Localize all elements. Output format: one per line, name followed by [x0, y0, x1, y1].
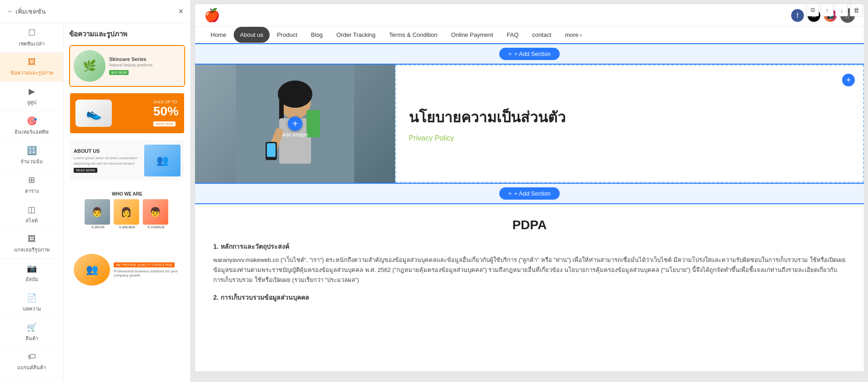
- add-section-button-bottom[interactable]: + + Add Section: [499, 187, 560, 200]
- sale-shoe-image: 👟: [75, 100, 112, 127]
- duplicate-button[interactable]: ⧉: [806, 4, 819, 16]
- privacy-subtitle: Privacy Policy: [409, 134, 850, 142]
- skincare-subtitle: Natural beauty products: [109, 63, 181, 67]
- add-widget-label: Add Widget: [282, 132, 308, 137]
- template-skincare[interactable]: 🌿 Skincare Series Natural beauty product…: [69, 45, 185, 87]
- about-image: 👥: [144, 145, 181, 176]
- brand-icon: 🏷: [28, 352, 36, 362]
- template-who-we-are[interactable]: WHO WE ARE 👨 K.DEVIN 👩 K.ANLADA 👦 K.C: [69, 187, 185, 243]
- pdpa-heading-1: 1. หลักการและวัตถุประสงค์: [213, 241, 846, 251]
- website-frame: 🍎 f X 📷 🛒 1 Home About us Product Blog O…: [195, 4, 864, 372]
- move-up-button[interactable]: ↑: [821, 4, 833, 16]
- slide-icon: ◫: [28, 205, 35, 215]
- sidebar-item-blank[interactable]: ☐ เซคชันเปล่า: [0, 23, 63, 53]
- site-logo: 🍎: [204, 8, 220, 23]
- sale-up-label: SALE UP TO: [153, 100, 179, 104]
- nav-contact[interactable]: contact: [526, 27, 558, 43]
- sale-percentage: 50%: [153, 104, 179, 119]
- nav-blog[interactable]: Blog: [305, 27, 329, 43]
- youtube-icon: ▶: [29, 86, 35, 96]
- person2-name: K.ANLADA: [114, 226, 141, 229]
- sidebar-item-album[interactable]: 📷 อัลบัม: [0, 259, 63, 288]
- who-we-are-title: WHO WE ARE: [74, 191, 181, 196]
- privacy-image-container: + Add Widget: [195, 65, 395, 183]
- panel-section-title: ข้อความและรูปภาพ: [69, 29, 185, 40]
- main-content: ⧉ ↑ ↓ 🗑 🍎 f X 📷 🛒 1 Home About us: [191, 0, 868, 382]
- add-section-bar-bottom: + + Add Section: [195, 183, 864, 204]
- sidebar-item-gallery[interactable]: 🖼 แกลเลอรีรูปภาพ: [0, 230, 63, 259]
- nav-terms[interactable]: Terms & Condition: [383, 27, 444, 43]
- nav-more[interactable]: more ›: [559, 27, 588, 43]
- sidebar-item-article[interactable]: 📄 บทความ: [0, 288, 63, 318]
- privacy-title: นโยบายความเป็นส่วนตัว: [409, 106, 850, 129]
- add-section-button-top[interactable]: + + Add Section: [499, 48, 560, 60]
- consult-body: Professional business solutions for your…: [114, 269, 181, 277]
- nav-home[interactable]: Home: [204, 27, 233, 43]
- skincare-product-image: 🌿: [74, 50, 105, 82]
- pdpa-title: PDPA: [213, 218, 846, 232]
- person-2: 👩 K.ANLADA: [114, 199, 141, 229]
- person-3: 👦 K.CHARLIE: [143, 199, 170, 229]
- sidebar-item-counter[interactable]: 🔢 จำนวนนับ: [0, 141, 63, 171]
- nav-product[interactable]: Product: [271, 27, 304, 43]
- read-more-badge: READ MORE: [74, 168, 97, 173]
- text-image-icon: 🖼: [28, 57, 36, 67]
- template-about[interactable]: ABOUT US Lorem ipsum dolor sit amet cons…: [69, 140, 185, 181]
- svg-rect-4: [279, 94, 284, 121]
- gallery-icon: 🖼: [28, 234, 36, 244]
- skincare-badge: BUY NOW: [109, 70, 129, 75]
- add-widget-plus-button[interactable]: +: [842, 74, 855, 86]
- sidebar-item-slide[interactable]: ◫ สไลด์: [0, 200, 63, 230]
- left-panel: ← เพิ่มเซคชัน × ☐ เซคชันเปล่า 🖼 ข้อความแ…: [0, 0, 191, 382]
- skincare-title: Skincare Series: [109, 56, 181, 62]
- sidebar-item-text-image[interactable]: 🖼 ข้อความและรูปภาพ: [0, 53, 63, 82]
- editor-toolbar: ⧉ ↑ ↓ 🗑: [806, 4, 863, 16]
- album-icon: 📷: [27, 263, 37, 273]
- add-widget-button[interactable]: +: [288, 116, 302, 131]
- sidebar-item-youtube[interactable]: ▶ ยูทูป: [0, 82, 63, 111]
- consulting-image: 👥: [74, 254, 110, 286]
- counter-icon: 🔢: [27, 146, 37, 156]
- person3-avatar: 👦: [143, 199, 168, 225]
- close-button[interactable]: ×: [178, 7, 183, 16]
- sidebar-item-interactive[interactable]: 🎯 อินเทอร์แอคทีฟ: [0, 111, 63, 141]
- product-icon: 🛒: [27, 322, 37, 332]
- about-body: Lorem ipsum dolor sit amet consectetur a…: [74, 156, 144, 166]
- site-header: 🍎 f X 📷 🛒 1: [195, 4, 864, 27]
- pdpa-section: PDPA 1. หลักการและวัตถุประสงค์ waranyavv…: [195, 204, 864, 320]
- nav-about-us[interactable]: About us: [234, 27, 270, 43]
- add-section-bar-top: + + Add Section: [195, 43, 864, 65]
- person3-name: K.CHARLIE: [143, 226, 170, 229]
- sidebar-item-coupon[interactable]: 🎫 คูปอง: [0, 377, 63, 382]
- nav-faq[interactable]: FAQ: [501, 27, 525, 43]
- svg-rect-9: [267, 143, 276, 157]
- sidebar-item-table[interactable]: ⊞ ตาราง: [0, 171, 63, 200]
- content-panel: ☐ เซคชันเปล่า 🖼 ข้อความและรูปภาพ ▶ ยูทูป…: [0, 23, 191, 382]
- shop-now-badge: SHOP NOW: [153, 121, 176, 126]
- template-list: ข้อความและรูปภาพ 🌿 Skincare Series Natur…: [64, 23, 191, 382]
- template-consulting[interactable]: 👥 WE PROVIDE QUALITY CONSULTING Professi…: [69, 249, 185, 291]
- privacy-policy-section: + Add Widget + นโยบายความเป็นส่วนตัว Pri…: [195, 65, 864, 183]
- blank-icon: ☐: [28, 28, 35, 38]
- move-down-button[interactable]: ↓: [835, 4, 848, 16]
- facebook-icon[interactable]: f: [791, 9, 804, 22]
- person1-avatar: 👨: [85, 199, 110, 225]
- pdpa-text-1: waranyavvv.makeweb.co ("เว็บไซต์", "เรา"…: [213, 255, 846, 285]
- sidebar: ☐ เซคชันเปล่า 🖼 ข้อความและรูปภาพ ▶ ยูทูป…: [0, 23, 64, 382]
- nav-online-payment[interactable]: Online Payment: [445, 27, 500, 43]
- quality-badge: WE PROVIDE QUALITY CONSULTING: [114, 262, 175, 267]
- site-navigation: Home About us Product Blog Order Trackin…: [195, 27, 864, 43]
- svg-rect-6: [306, 110, 320, 137]
- delete-button[interactable]: 🗑: [850, 4, 863, 16]
- privacy-text-area: + นโยบายความเป็นส่วนตัว Privacy Policy: [395, 65, 864, 183]
- article-icon: 📄: [27, 293, 37, 303]
- interactive-icon: 🎯: [27, 116, 37, 126]
- person2-avatar: 👩: [114, 199, 139, 225]
- panel-header: ← เพิ่มเซคชัน ×: [0, 0, 191, 23]
- sidebar-item-product[interactable]: 🛒 สินค้า: [0, 318, 63, 347]
- nav-order-tracking[interactable]: Order Tracking: [330, 27, 382, 43]
- template-sale[interactable]: 👟 SALE UP TO 50% SHOP NOW: [69, 92, 185, 134]
- sidebar-item-brand[interactable]: 🏷 แบรนด์สินค้า: [0, 347, 63, 377]
- back-button[interactable]: ← เพิ่มเซคชัน: [7, 6, 46, 16]
- about-title: ABOUT US: [74, 148, 144, 154]
